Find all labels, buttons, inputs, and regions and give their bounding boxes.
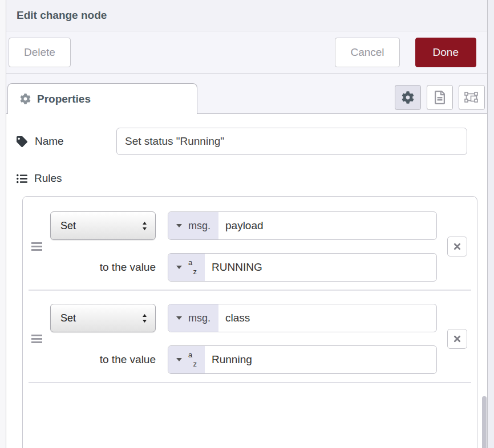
- remove-rule-button[interactable]: [447, 329, 467, 349]
- property-prefix-label: msg.: [188, 312, 210, 324]
- x-icon: [453, 243, 461, 250]
- scrollbar-thumb[interactable]: [482, 396, 487, 448]
- rule-row-1: Set msg.: [23, 211, 477, 282]
- gear-icon: [20, 93, 31, 104]
- property-input[interactable]: [218, 304, 436, 332]
- rule-divider: [29, 382, 471, 383]
- list-icon: [17, 173, 27, 184]
- property-typed-input: msg.: [168, 211, 437, 240]
- delete-button[interactable]: Delete: [9, 38, 71, 67]
- name-form-row: Name: [17, 128, 477, 155]
- up-down-arrows-icon: [141, 221, 148, 231]
- value-type-button[interactable]: a z: [168, 346, 205, 373]
- value-type-button[interactable]: a z: [168, 254, 205, 281]
- rules-label-text: Rules: [34, 172, 62, 185]
- tab-button-group: [395, 85, 485, 110]
- properties-panel: Name Rules Set: [6, 114, 487, 448]
- gear-icon: [402, 91, 414, 104]
- property-type-button[interactable]: msg.: [168, 212, 218, 239]
- up-down-arrows-icon: [141, 313, 148, 323]
- value-input[interactable]: [205, 346, 436, 373]
- a-z-icon: a z: [188, 259, 197, 275]
- tray-right-gutter: [488, 0, 494, 448]
- caret-down-icon: [176, 358, 182, 361]
- page-title: Edit change node: [17, 9, 107, 22]
- properties-tab-button[interactable]: [395, 85, 421, 110]
- value-input[interactable]: [205, 254, 436, 281]
- property-prefix-label: msg.: [188, 220, 210, 232]
- drag-handle[interactable]: [23, 334, 50, 344]
- caret-down-icon: [176, 316, 182, 320]
- caret-down-icon: [176, 266, 182, 269]
- rule-row-2: Set msg.: [23, 291, 477, 374]
- tab-properties[interactable]: Properties: [7, 83, 197, 114]
- name-input[interactable]: [116, 128, 467, 155]
- tray-toolbar: Delete Cancel Done: [6, 31, 487, 74]
- tab-properties-label: Properties: [37, 93, 91, 105]
- caret-down-icon: [176, 224, 182, 227]
- rule-action-select[interactable]: Set: [50, 211, 156, 240]
- value-typed-input: a z: [168, 345, 437, 374]
- cancel-button[interactable]: Cancel: [335, 38, 399, 67]
- property-type-button[interactable]: msg.: [168, 304, 218, 332]
- property-input[interactable]: [218, 212, 436, 239]
- bars-icon: [31, 334, 42, 344]
- rule-action-value: Set: [60, 312, 76, 324]
- to-value-label: to the value: [50, 261, 156, 274]
- property-typed-input: msg.: [168, 304, 437, 332]
- tray-left-gutter: [0, 0, 6, 448]
- tray-header: Edit change node: [6, 0, 487, 31]
- a-z-icon: a z: [188, 352, 197, 368]
- to-value-label: to the value: [50, 353, 156, 366]
- edit-tray: Edit change node Delete Cancel Done Prop…: [6, 0, 488, 448]
- drag-handle[interactable]: [23, 242, 50, 251]
- rule-action-value: Set: [60, 220, 76, 232]
- name-label-text: Name: [35, 135, 64, 148]
- tab-bar: Properties: [6, 74, 487, 114]
- appearance-tab-button[interactable]: [459, 85, 485, 110]
- rules-label: Rules: [17, 172, 477, 185]
- bars-icon: [31, 242, 42, 251]
- done-button[interactable]: Done: [415, 38, 476, 67]
- name-label: Name: [17, 135, 116, 148]
- group-frame-icon: [464, 91, 479, 104]
- rule-action-select[interactable]: Set: [50, 304, 156, 332]
- file-icon: [434, 91, 446, 104]
- remove-rule-button[interactable]: [447, 237, 467, 256]
- x-icon: [453, 335, 461, 343]
- description-tab-button[interactable]: [427, 85, 453, 110]
- value-typed-input: a z: [168, 253, 437, 282]
- tag-icon: [17, 136, 27, 147]
- rules-list: Set msg.: [22, 196, 477, 448]
